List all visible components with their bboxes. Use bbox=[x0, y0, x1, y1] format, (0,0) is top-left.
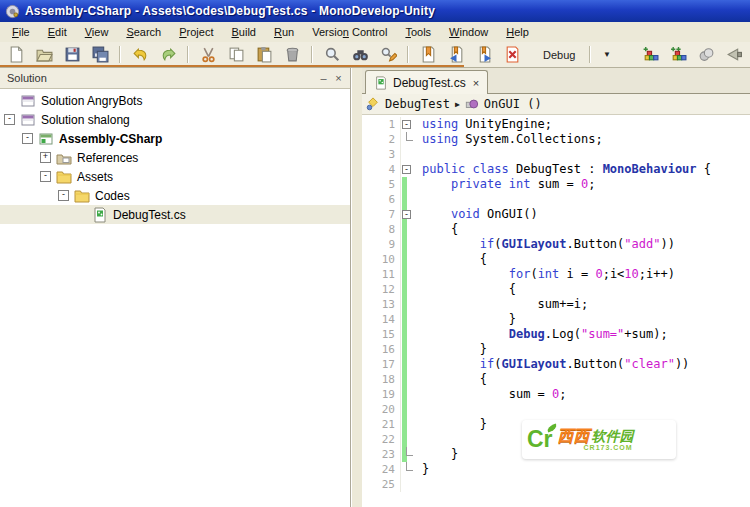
code-line[interactable]: 2using System.Collections; bbox=[362, 132, 750, 147]
gutter-fold-margin bbox=[400, 282, 416, 297]
filter-icon[interactable] bbox=[723, 44, 745, 66]
search-replace-button[interactable] bbox=[377, 44, 399, 66]
menu-tools[interactable]: Tools bbox=[396, 24, 440, 40]
attach-process-icon[interactable] bbox=[695, 44, 717, 66]
menu-view[interactable]: View bbox=[76, 24, 118, 40]
undo-button[interactable] bbox=[129, 44, 151, 66]
tree-item-label: Solution AngryBots bbox=[41, 94, 142, 108]
code-line[interactable]: 16 } bbox=[362, 342, 750, 357]
cut-button[interactable] bbox=[197, 44, 219, 66]
search-button[interactable] bbox=[321, 44, 343, 66]
code-line[interactable]: 25 bbox=[362, 477, 750, 492]
tab-close-icon[interactable]: × bbox=[473, 77, 479, 89]
tree-item-solution-angrybots[interactable]: Solution AngryBots bbox=[0, 91, 350, 110]
project-icon bbox=[38, 131, 54, 147]
fold-marker-icon[interactable]: - bbox=[402, 120, 411, 129]
menu-version-control[interactable]: Version Control bbox=[303, 24, 396, 40]
tree-item-assets[interactable]: -Assets bbox=[0, 167, 350, 186]
menu-run[interactable]: Run bbox=[265, 24, 303, 40]
menu-build[interactable]: Build bbox=[223, 24, 265, 40]
breadcrumb-class[interactable]: DebugTest bbox=[385, 97, 450, 111]
redo-button[interactable] bbox=[157, 44, 179, 66]
tab-debugtest-cs[interactable]: DebugTest.cs × bbox=[365, 70, 488, 94]
code-line[interactable]: 17 if(GUILayout.Button("clear")) bbox=[362, 357, 750, 372]
code-line[interactable]: 8 { bbox=[362, 222, 750, 237]
code-line[interactable]: 20 bbox=[362, 402, 750, 417]
code-line[interactable]: 1-using UnityEngine; bbox=[362, 117, 750, 132]
change-bar bbox=[402, 417, 407, 432]
save-all-button[interactable] bbox=[89, 44, 111, 66]
change-bar bbox=[402, 372, 407, 387]
line-number: 12 bbox=[362, 282, 400, 297]
copy-button[interactable] bbox=[225, 44, 247, 66]
menu-search[interactable]: Search bbox=[117, 24, 170, 40]
code-line[interactable]: 7- void OnGUI() bbox=[362, 207, 750, 222]
code-line[interactable]: 5 private int sum = 0; bbox=[362, 177, 750, 192]
code-line[interactable]: 24} bbox=[362, 462, 750, 477]
code-text: { bbox=[416, 282, 516, 297]
debug-config-dropdown-arrow[interactable]: ▼ bbox=[599, 44, 615, 66]
tree-item-assembly-csharp[interactable]: -Assembly-CSharp bbox=[0, 129, 350, 148]
title-bar[interactable]: Assembly-CSharp - Assets\Codes\DebugTest… bbox=[0, 0, 750, 22]
code-line[interactable]: 4-public class DebugTest : MonoBehaviour… bbox=[362, 162, 750, 177]
breadcrumb-method[interactable]: OnGUI () bbox=[484, 97, 542, 111]
pad-minimize-button[interactable]: ‒ bbox=[316, 69, 331, 87]
unit-tests-icon[interactable] bbox=[639, 44, 661, 66]
pane-splitter[interactable] bbox=[351, 68, 362, 507]
code-line[interactable]: 10 { bbox=[362, 252, 750, 267]
pad-close-button[interactable]: × bbox=[331, 69, 346, 87]
code-line[interactable]: 15 Debug.Log("sum="+sum); bbox=[362, 327, 750, 342]
menu-help[interactable]: Help bbox=[497, 24, 538, 40]
code-text: } bbox=[416, 417, 487, 432]
paste-button[interactable] bbox=[253, 44, 275, 66]
code-line[interactable]: 9 if(GUILayout.Button("add")) bbox=[362, 237, 750, 252]
code-line[interactable]: 6 bbox=[362, 192, 750, 207]
open-file-button[interactable] bbox=[33, 44, 55, 66]
fold-marker-icon[interactable]: - bbox=[402, 165, 411, 174]
menu-file[interactable]: File bbox=[3, 24, 39, 40]
watermark-title-green: 软件园 bbox=[592, 429, 634, 443]
clear-bookmarks-button[interactable] bbox=[501, 44, 523, 66]
next-bookmark-button[interactable] bbox=[473, 44, 495, 66]
menu-project[interactable]: Project bbox=[170, 24, 222, 40]
tree-item-codes[interactable]: -Codes bbox=[0, 186, 350, 205]
tree-expander[interactable]: + bbox=[40, 152, 51, 163]
code-line[interactable]: 11 for(int i = 0;i<10;i++) bbox=[362, 267, 750, 282]
code-text: if(GUILayout.Button("clear")) bbox=[416, 357, 689, 372]
code-text: } bbox=[416, 462, 429, 477]
line-number: 6 bbox=[362, 192, 400, 207]
gutter-fold-margin bbox=[400, 192, 416, 207]
solution-pad-title: Solution bbox=[7, 72, 316, 84]
menu-edit[interactable]: Edit bbox=[39, 24, 76, 40]
fold-marker-icon[interactable]: - bbox=[402, 210, 411, 219]
save-button[interactable] bbox=[61, 44, 83, 66]
code-text: private int sum = 0; bbox=[416, 177, 595, 192]
previous-bookmark-button[interactable] bbox=[445, 44, 467, 66]
tree-expander[interactable]: - bbox=[58, 190, 69, 201]
tree-expander[interactable]: - bbox=[4, 114, 15, 125]
tree-item-debugtest-cs[interactable]: DebugTest.cs bbox=[0, 205, 350, 224]
find-in-files-button[interactable] bbox=[349, 44, 371, 66]
gutter-fold-margin bbox=[400, 177, 416, 192]
tree-expander[interactable]: - bbox=[40, 171, 51, 182]
line-number: 10 bbox=[362, 252, 400, 267]
code-line[interactable]: 3 bbox=[362, 147, 750, 162]
code-line[interactable]: 19 sum = 0; bbox=[362, 387, 750, 402]
add-unit-tests-icon[interactable] bbox=[667, 44, 689, 66]
toggle-bookmark-button[interactable] bbox=[417, 44, 439, 66]
code-text: } bbox=[416, 447, 458, 462]
menu-window[interactable]: Window bbox=[440, 24, 497, 40]
tree-expander[interactable]: - bbox=[22, 133, 33, 144]
delete-button[interactable] bbox=[281, 44, 303, 66]
tree-item-references[interactable]: +References bbox=[0, 148, 350, 167]
code-line[interactable]: 13 sum+=i; bbox=[362, 297, 750, 312]
code-line[interactable]: 12 { bbox=[362, 282, 750, 297]
tree-item-solution-shalong[interactable]: -Solution shalong bbox=[0, 110, 350, 129]
new-file-button[interactable] bbox=[5, 44, 27, 66]
debug-config-combobox[interactable]: Debug bbox=[537, 45, 581, 65]
code-line[interactable]: 18 { bbox=[362, 372, 750, 387]
solution-tree[interactable]: Solution AngryBots-Solution shalong-Asse… bbox=[0, 89, 350, 507]
code-line[interactable]: 14 } bbox=[362, 312, 750, 327]
tree-item-label: Solution shalong bbox=[41, 113, 130, 127]
line-number: 19 bbox=[362, 387, 400, 402]
